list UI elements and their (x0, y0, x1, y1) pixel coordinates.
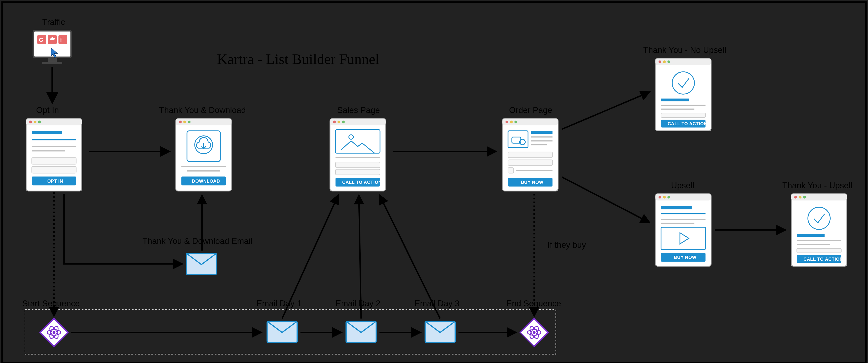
svg-rect-53 (661, 113, 706, 117)
label-sales: Sales Page (337, 106, 380, 115)
label-optin: Opt In (36, 106, 59, 115)
node-email-day2 (346, 321, 376, 342)
svg-point-33 (510, 120, 513, 123)
svg-rect-50 (661, 99, 689, 101)
canvas-frame (2, 2, 866, 363)
svg-text:f: f (60, 37, 62, 43)
label-if-they-buy: If they buy (548, 240, 586, 250)
svg-point-47 (658, 60, 661, 63)
node-optin: Opt In OPT IN (26, 106, 82, 191)
svg-point-25 (342, 120, 345, 123)
svg-point-6 (38, 120, 41, 123)
svg-point-23 (333, 120, 336, 123)
svg-point-56 (658, 196, 661, 198)
label-traffic: Traffic (42, 18, 65, 27)
label-ty-dl-email: Thank You & Download Email (142, 236, 252, 246)
svg-rect-12 (32, 167, 76, 173)
svg-point-67 (799, 196, 801, 198)
svg-point-58 (668, 196, 670, 198)
svg-point-4 (29, 120, 32, 123)
svg-rect-37 (531, 131, 553, 134)
svg-rect-28 (336, 162, 380, 168)
svg-point-48 (663, 60, 666, 63)
diagram-title: Kartra - List Builder Funnel (217, 51, 379, 67)
svg-point-57 (663, 196, 666, 198)
svg-point-24 (338, 120, 340, 123)
atom-icon (53, 331, 55, 334)
svg-rect-29 (336, 169, 380, 175)
label-ty-upsell: Thank You - Upsell (782, 181, 852, 190)
node-email-day1 (267, 321, 297, 342)
node-sales: Sales Page CALL TO ACTION (330, 106, 385, 191)
svg-rect-59 (661, 206, 692, 210)
node-upsell: Upsell BUY NOW (655, 181, 711, 267)
svg-rect-43 (508, 168, 514, 173)
monitor-stand (48, 57, 57, 62)
node-order: Order Page BUY NOW (502, 106, 558, 191)
node-ty-upsell: Thank You - Upsell CALL TO ACTION (782, 181, 852, 267)
svg-point-5 (34, 120, 36, 123)
svg-point-66 (794, 196, 797, 198)
svg-point-34 (514, 120, 517, 123)
label-email-day2: Email Day 2 (336, 299, 380, 308)
label-upsell: Upsell (671, 181, 694, 190)
label-order: Order Page (509, 106, 552, 115)
svg-point-68 (803, 196, 806, 198)
label-email-day1: Email Day 1 (257, 299, 302, 308)
svg-text:G: G (39, 37, 43, 43)
atom-icon (533, 331, 535, 334)
monitor-base (42, 62, 62, 64)
funnel-diagram: Kartra - List Builder Funnel Traffic G f… (0, 0, 868, 363)
svg-point-16 (183, 120, 186, 123)
order-cta-label: BUY NOW (521, 180, 544, 185)
svg-point-15 (179, 120, 182, 123)
label-ty-noupsell: Thank You - No Upsell (643, 45, 726, 55)
download-cta-label: DOWNLOAD (192, 178, 220, 184)
ty-noupsell-cta-label: CALL TO ACTION (668, 121, 707, 126)
label-ty-dl: Thank You & Download (159, 106, 246, 115)
sales-cta-label: CALL TO ACTION (342, 180, 382, 185)
svg-point-32 (505, 120, 508, 123)
svg-point-49 (668, 60, 670, 63)
svg-rect-42 (508, 160, 553, 165)
upsell-cta-label: BUY NOW (674, 255, 696, 260)
label-start-seq: Start Sequence (22, 299, 80, 308)
label-email-day3: Email Day 3 (414, 299, 460, 308)
svg-rect-7 (32, 131, 62, 134)
node-ty-dl-email (186, 253, 216, 275)
optin-cta-label: OPT IN (48, 178, 63, 184)
facebook-icon (59, 35, 67, 44)
ty-upsell-cta-label: CALL TO ACTION (803, 257, 843, 261)
svg-rect-11 (32, 158, 76, 164)
svg-point-17 (188, 120, 190, 123)
svg-rect-72 (797, 248, 841, 253)
node-email-day3 (425, 321, 455, 342)
svg-rect-69 (797, 234, 825, 236)
svg-rect-41 (508, 152, 553, 158)
